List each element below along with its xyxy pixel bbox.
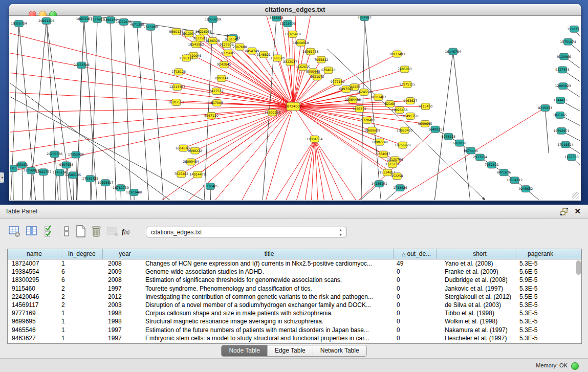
graph-node[interactable]: 9115460: [419, 103, 433, 110]
graph-node[interactable]: 9397568: [59, 162, 74, 168]
graph-node[interactable]: 11325419: [285, 31, 300, 37]
graph-node[interactable]: 15218506: [279, 20, 295, 27]
table-cell[interactable]: Estimation of significance thresholds fo…: [142, 276, 394, 284]
column-header-out_de[interactable]: △out_de...: [394, 249, 437, 259]
delete-rows-icon[interactable]: [90, 225, 102, 237]
new-table-icon[interactable]: [75, 225, 87, 237]
graph-node[interactable]: 1624554: [357, 89, 372, 96]
table-cell[interactable]: 18300295: [8, 276, 57, 284]
graph-node[interactable]: 1621072: [310, 74, 324, 80]
table-cell[interactable]: 5.3E-5: [515, 309, 561, 317]
table-cell[interactable]: Nakamura et al. (1997): [437, 326, 515, 334]
graph-node[interactable]: 10688609: [364, 127, 380, 134]
table-cell[interactable]: 9777169: [8, 309, 57, 317]
graph-node[interactable]: 9227343: [555, 67, 570, 73]
graph-node[interactable]: 2933114: [473, 154, 487, 161]
table-cell[interactable]: Wolkin et al. (1998): [437, 317, 515, 325]
table-cell[interactable]: Franke et al. (2009): [437, 268, 515, 276]
row-height-icon[interactable]: [60, 225, 73, 237]
graph-node[interactable]: 20691406: [38, 17, 54, 24]
table-cell[interactable]: 1: [57, 259, 103, 268]
graph-node[interactable]: 1244415: [553, 97, 568, 104]
table-cell[interactable]: 0: [394, 326, 437, 334]
table-cell[interactable]: Investigating the contribution of common…: [142, 293, 394, 301]
graph-node[interactable]: 10973493: [389, 51, 405, 57]
tab-node-table[interactable]: Node Table: [222, 345, 268, 356]
graph-node[interactable]: 17016514: [557, 141, 573, 148]
table-cell[interactable]: 5.3E-5: [515, 285, 561, 293]
table-cell[interactable]: 5.5E-5: [515, 293, 561, 301]
graph-node[interactable]: 1588520: [270, 55, 285, 61]
graph-node[interactable]: 19355724: [11, 20, 27, 27]
table-cell[interactable]: 1998: [103, 317, 142, 325]
table-cell[interactable]: 0: [394, 276, 437, 284]
table-cell[interactable]: 2: [57, 285, 103, 293]
graph-node[interactable]: 12975115: [399, 81, 415, 88]
graph-node[interactable]: 12923448: [126, 189, 142, 196]
graph-node[interactable]: 8471676: [497, 169, 511, 176]
divider-collapse-handle[interactable]: ◂: [0, 172, 4, 183]
select-columns-icon[interactable]: [26, 225, 38, 237]
table-cell[interactable]: 1998: [103, 309, 142, 317]
table-cell[interactable]: 9699695: [8, 317, 57, 325]
graph-node[interactable]: 9777169: [331, 79, 345, 85]
graph-node[interactable]: 7932621: [485, 162, 499, 168]
graph-node[interactable]: 7515909: [144, 24, 158, 30]
table-cell[interactable]: 0: [394, 334, 437, 342]
table-cell[interactable]: 5.9E-5: [515, 276, 561, 284]
table-cell[interactable]: de Silva et al. (2003): [437, 301, 515, 309]
graph-node[interactable]: 8322037: [283, 59, 297, 65]
graph-node[interactable]: 9129966: [557, 53, 571, 60]
graph-node[interactable]: 12942757: [35, 169, 51, 176]
table-cell[interactable]: Dudbridge et al. (2008): [437, 276, 515, 284]
graph-node[interactable]: 18907249: [372, 139, 387, 145]
table-row[interactable]: 1830029562008Estimation of significance …: [8, 276, 581, 284]
graph-node[interactable]: 2803144: [214, 75, 229, 82]
table-scrollbar-thumb[interactable]: [576, 260, 581, 275]
column-header-in_degree[interactable]: in_degree: [57, 249, 103, 259]
column-header-pagerank[interactable]: pagerank: [515, 249, 561, 259]
graph-node[interactable]: 9860124: [169, 28, 184, 35]
table-cell[interactable]: 0: [394, 268, 437, 276]
table-cell[interactable]: Changes of HCN gene expression and I(f) …: [142, 259, 394, 268]
graph-node[interactable]: 10025458: [391, 107, 407, 114]
table-row[interactable]: 977716911998Corpus callosum shape and si…: [8, 309, 581, 317]
table-cell[interactable]: Stergiakouli et al. (2012): [437, 293, 515, 301]
column-header-title[interactable]: title: [142, 249, 394, 259]
graph-node[interactable]: 8186328: [206, 37, 220, 44]
graph-node[interactable]: 14914479: [189, 171, 205, 178]
table-cell[interactable]: 5.3E-5: [515, 334, 561, 342]
graph-node[interactable]: 7625402: [175, 171, 189, 178]
graph-node[interactable]: 16148784: [445, 48, 461, 55]
tab-network-table[interactable]: Network Table: [313, 345, 366, 356]
table-cell[interactable]: 1: [57, 317, 103, 325]
graph-node[interactable]: 9245652: [519, 186, 533, 192]
table-cell[interactable]: Yano et al. (2008): [437, 259, 515, 268]
graph-node[interactable]: 12093823: [555, 83, 571, 90]
graph-node[interactable]: 16961758: [302, 48, 318, 55]
graph-node[interactable]: 26099484: [183, 159, 199, 165]
table-cell[interactable]: 49: [394, 259, 437, 268]
network-canvas[interactable]: 1872400719355724206914061065328713276026…: [10, 16, 580, 200]
table-select-dropdown[interactable]: citations_edges.txt ▲▼: [146, 227, 347, 237]
table-cell[interactable]: 5.3E-5: [515, 301, 561, 309]
graph-node[interactable]: 8215953: [538, 105, 553, 112]
graph-node[interactable]: 19756928: [395, 142, 410, 148]
table-cell[interactable]: 5.3E-5: [515, 326, 561, 334]
table-row[interactable]: 946554611997Estimation of the future num…: [8, 326, 581, 334]
table-settings-icon[interactable]: [8, 225, 20, 237]
table-cell[interactable]: 0: [394, 285, 437, 293]
graph-node[interactable]: 10719135: [116, 18, 132, 25]
column-header-year[interactable]: year: [103, 249, 142, 259]
delete-table-icon[interactable]: [106, 225, 119, 237]
graph-node[interactable]: 10653287: [76, 16, 92, 22]
graph-node[interactable]: 62160: [385, 101, 395, 107]
graph-node[interactable]: 1112317: [567, 26, 580, 32]
graph-node[interactable]: 935051: [16, 162, 28, 168]
graph-node[interactable]: 2687682: [358, 16, 372, 20]
select-all-icon[interactable]: [44, 225, 56, 237]
graph-node[interactable]: 1615132: [385, 161, 400, 168]
graph-node[interactable]: 1733426: [393, 185, 407, 191]
table-cell[interactable]: Tibbo et al. (1998): [437, 309, 515, 317]
graph-node[interactable]: 2718126: [172, 69, 186, 75]
